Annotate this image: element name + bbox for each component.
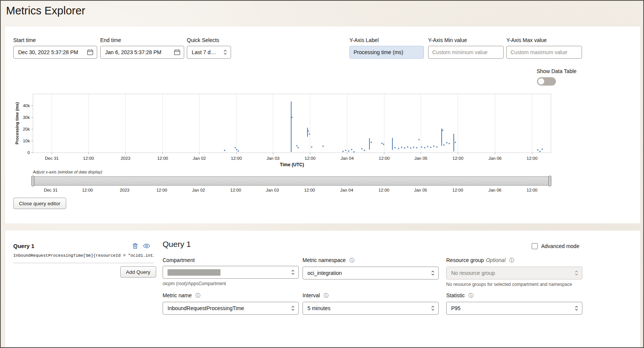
chevron-updown-icon (223, 49, 227, 55)
y-axis-min-field: Y-Axis Min value (428, 37, 504, 59)
slider-left-handle[interactable] (31, 176, 34, 186)
slider-tick-label: 12:00 (379, 188, 390, 192)
slider-right-handle[interactable] (548, 176, 551, 186)
svg-text:10k: 10k (23, 139, 30, 143)
chart-panel: Start time Dec 30, 2022 5:37:28 PM End t… (5, 27, 640, 223)
svg-text:20k: 20k (23, 127, 30, 131)
delete-query-button[interactable] (131, 242, 139, 250)
statistic-field: Statistic ⓘ P95 (446, 292, 582, 315)
advanced-mode-checkbox[interactable] (532, 243, 538, 249)
slider-tick-labels: Dec 3112:00202312:00Jan 0212:00Jan 0312:… (32, 188, 551, 194)
compartment-helper: oicpm (root)/AppsCompartment (163, 281, 299, 286)
compartment-label: Compartment (163, 257, 195, 263)
info-icon[interactable]: ⓘ (324, 292, 329, 299)
chevron-updown-icon (291, 305, 295, 311)
resource-group-select[interactable]: No resource group (446, 267, 582, 279)
query-list-title: Query 1 (13, 243, 34, 249)
chevron-updown-icon (431, 305, 435, 311)
info-icon[interactable]: ⓘ (196, 292, 200, 299)
resource-group-label: Resource group (446, 257, 484, 263)
slider-tick-label: 12:00 (156, 188, 167, 192)
metrics-chart: Dec 3112:00202312:00Jan 0212:00Jan 0312:… (13, 91, 558, 163)
svg-text:12:00: 12:00 (157, 156, 168, 161)
slider-tick-label: 12:00 (526, 188, 537, 192)
page-title: Metrics Explorer (6, 5, 85, 17)
svg-text:2023: 2023 (121, 156, 130, 161)
adjust-x-axis-hint: Adjust x-axis (window of data display) (33, 170, 102, 174)
resource-group-helper: No resource groups for selected compartm… (446, 282, 582, 287)
trash-icon (132, 243, 138, 249)
slider-tick-label: 12:00 (452, 188, 463, 192)
metrics-explorer-page: Metrics Explorer Start time Dec 30, 2022… (0, 0, 644, 348)
slider-tick-label: Jan 03 (266, 188, 279, 192)
slider-tick-label: 2023 (120, 188, 130, 192)
y-axis-min-input[interactable] (428, 46, 504, 59)
compartment-select[interactable] (163, 266, 299, 279)
svg-text:Jan 04: Jan 04 (341, 156, 354, 161)
metric-namespace-field: Metric namespace ⓘ oci_integration (303, 257, 439, 279)
eye-icon (143, 243, 150, 248)
svg-text:0: 0 (28, 150, 30, 155)
slider-tick-label: 12:00 (230, 188, 241, 192)
quick-selects-select[interactable]: Last 7 days (187, 46, 231, 59)
slider-tick-label: Jan 06 (488, 188, 501, 192)
info-icon[interactable]: ⓘ (509, 257, 514, 264)
y-axis-label-input[interactable] (349, 46, 424, 59)
end-time-label: End time (100, 37, 184, 43)
svg-text:12:00: 12:00 (453, 156, 464, 161)
close-query-editor-button[interactable]: Close query editor (13, 198, 66, 209)
chevron-updown-icon (291, 269, 295, 275)
toggle-knob (538, 78, 544, 84)
end-time-field: End time Jan 6, 2023 5:37:28 PM (100, 37, 184, 59)
metric-namespace-label: Metric namespace (303, 257, 346, 263)
start-time-input[interactable]: Dec 30, 2022 5:37:28 PM (13, 46, 97, 59)
x-axis-title: Time (UTC) (33, 162, 551, 167)
show-data-table-toggle[interactable] (537, 77, 556, 86)
chevron-updown-icon (574, 270, 579, 276)
query-editor-panel: Query 1 InboundRequestProcessingTime[5m]… (5, 231, 640, 348)
show-data-table-label: Show Data Table (537, 68, 577, 74)
metric-namespace-select[interactable]: oci_integration (303, 267, 439, 279)
chevron-updown-icon (431, 270, 435, 276)
interval-field: Interval ⓘ 5 minutes (303, 292, 439, 315)
svg-text:Jan 02: Jan 02 (193, 156, 206, 161)
y-axis-label-label: Y-Axis Label (349, 37, 424, 43)
view-query-button[interactable] (142, 242, 151, 250)
svg-text:Jan 05: Jan 05 (414, 156, 428, 161)
quick-selects-label: Quick Selects (187, 37, 231, 43)
svg-text:40k: 40k (23, 103, 30, 108)
svg-text:12:00: 12:00 (231, 156, 242, 161)
resource-group-optional: Optional (486, 257, 506, 263)
svg-text:Jan 06: Jan 06 (489, 156, 502, 161)
slider-tick-label: 12:00 (82, 188, 93, 192)
y-axis-max-label: Y-Axis Max value (506, 37, 582, 43)
calendar-icon[interactable] (174, 49, 180, 56)
info-icon[interactable]: ⓘ (469, 292, 473, 299)
slider-tick-label: Jan 02 (192, 188, 205, 192)
interval-label: Interval (303, 292, 320, 298)
slider-tick-label: Jan 04 (340, 188, 354, 192)
statistic-label: Statistic (446, 292, 465, 298)
end-time-input[interactable]: Jan 6, 2023 5:37:28 PM (100, 46, 184, 59)
calendar-icon[interactable] (87, 49, 93, 56)
quick-selects-field: Quick Selects Last 7 days (187, 37, 231, 59)
svg-text:Jan 03: Jan 03 (267, 156, 280, 161)
info-icon[interactable]: ⓘ (349, 257, 354, 264)
svg-text:Dec 31: Dec 31 (45, 156, 59, 161)
statistic-select[interactable]: P95 (446, 302, 582, 315)
x-axis-range-slider[interactable] (32, 176, 551, 186)
start-time-field: Start time Dec 30, 2022 5:37:28 PM (13, 37, 97, 59)
start-time-label: Start time (13, 37, 97, 43)
y-axis-max-input[interactable] (506, 46, 582, 59)
svg-text:30k: 30k (23, 115, 30, 120)
y-axis-max-field: Y-Axis Max value (506, 37, 582, 59)
svg-text:12:00: 12:00 (527, 156, 538, 161)
metric-name-select[interactable]: InboundRequestProcessingTime (163, 302, 299, 315)
query-expression[interactable]: InboundRequestProcessingTime[5m]{resourc… (13, 253, 154, 263)
advanced-mode-label: Advanced mode (541, 243, 579, 249)
interval-select[interactable]: 5 minutes (303, 302, 439, 315)
slider-tick-label: Dec 31 (44, 188, 57, 192)
redacted-compartment-value (168, 269, 220, 276)
add-query-button[interactable]: Add Query (120, 266, 156, 278)
slider-tick-label: Jan 05 (414, 188, 427, 192)
